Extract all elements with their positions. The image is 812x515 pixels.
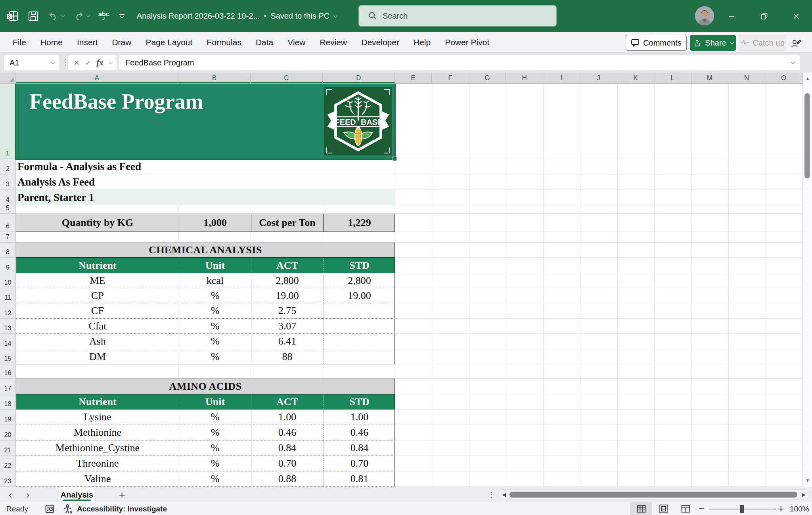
column-header-J[interactable]: J: [580, 73, 617, 83]
minimize-button[interactable]: [723, 0, 740, 32]
tab-draw[interactable]: Draw: [105, 32, 138, 53]
cell[interactable]: [323, 303, 395, 318]
spelling-check-icon[interactable]: abc✓: [98, 11, 109, 21]
column-header-E[interactable]: E: [395, 73, 432, 83]
row-header-20[interactable]: 20: [0, 425, 16, 440]
cell-a3[interactable]: Analysis As Feed: [16, 174, 395, 190]
add-sheet-button[interactable]: +: [119, 487, 125, 502]
row-header-15[interactable]: 15: [0, 349, 16, 364]
cell-quantity-value[interactable]: 1,000: [179, 214, 251, 232]
cell[interactable]: [323, 334, 395, 349]
header-act[interactable]: ACT: [251, 258, 323, 273]
accessibility-icon[interactable]: [63, 504, 73, 514]
excel-app-icon[interactable]: X: [6, 11, 18, 22]
share-button[interactable]: Share: [690, 35, 736, 51]
row-header-12[interactable]: 12: [0, 303, 16, 319]
row-header-2[interactable]: 2: [0, 159, 16, 174]
catch-up-button[interactable]: Catch up: [739, 35, 786, 51]
previous-sheet-icon[interactable]: ‹: [9, 487, 12, 502]
row-header-10[interactable]: 10: [0, 273, 16, 288]
fx-dropdown-icon[interactable]: [109, 60, 113, 64]
tab-page-layout[interactable]: Page Layout: [138, 32, 199, 53]
row-header-13[interactable]: 13: [0, 319, 16, 334]
header-act[interactable]: ACT: [251, 394, 323, 409]
select-all-corner[interactable]: [0, 73, 16, 83]
row-header-8[interactable]: 8: [0, 243, 16, 258]
cell[interactable]: %: [179, 456, 251, 471]
cell[interactable]: 2.75: [251, 303, 323, 318]
cell[interactable]: %: [179, 319, 251, 333]
cell[interactable]: 2,800: [323, 273, 395, 288]
cell[interactable]: Methionine_Cystine: [16, 440, 179, 456]
vertical-scrollbar[interactable]: ▲ ▼: [802, 73, 812, 487]
saved-status-dropdown-icon[interactable]: [333, 13, 337, 17]
header-nutrient[interactable]: Nutrient: [16, 394, 179, 409]
undo-icon[interactable]: [48, 11, 64, 21]
redo-icon[interactable]: [73, 11, 89, 21]
cell[interactable]: 19.00: [251, 288, 323, 303]
column-header-D[interactable]: D: [323, 73, 395, 83]
horizontal-scrollbar[interactable]: ◀ ▶: [498, 489, 810, 500]
column-header-K[interactable]: K: [617, 73, 654, 83]
next-sheet-icon[interactable]: ›: [26, 487, 30, 502]
cancel-icon[interactable]: ✕: [73, 58, 80, 67]
zoom-out-icon[interactable]: −: [699, 502, 705, 515]
row-header-21[interactable]: 21: [0, 440, 16, 456]
record-macro-icon[interactable]: [45, 504, 55, 514]
cell[interactable]: %: [179, 425, 251, 440]
search-box[interactable]: Search: [358, 5, 557, 27]
header-std[interactable]: STD: [323, 258, 395, 273]
row-header-22[interactable]: 22: [0, 456, 16, 471]
cell[interactable]: Valine: [16, 471, 179, 486]
formula-input[interactable]: FeedBase Program: [119, 55, 800, 70]
cell[interactable]: 0.84: [323, 440, 395, 456]
name-box-dropdown-icon[interactable]: [51, 60, 55, 64]
name-box[interactable]: A1: [4, 55, 59, 70]
cell[interactable]: [323, 319, 395, 333]
scroll-left-icon[interactable]: ◀: [502, 492, 506, 498]
column-header-H[interactable]: H: [506, 73, 543, 83]
column-header-F[interactable]: F: [432, 73, 469, 83]
tab-help[interactable]: Help: [406, 32, 438, 53]
insert-function-icon[interactable]: fx: [96, 58, 103, 68]
tab-data[interactable]: Data: [249, 32, 280, 53]
cell[interactable]: %: [179, 288, 251, 303]
cell[interactable]: DM: [16, 349, 179, 364]
cell[interactable]: 2,800: [251, 273, 323, 288]
tab-review[interactable]: Review: [312, 32, 354, 53]
enter-icon[interactable]: ✓: [85, 58, 91, 67]
column-header-L[interactable]: L: [654, 73, 691, 83]
cell-a1-banner[interactable]: FeedBase Program: [16, 84, 395, 159]
column-header-O[interactable]: O: [765, 73, 802, 83]
feedbase-logo[interactable]: FEED BASE: [324, 87, 392, 155]
scroll-right-icon[interactable]: ▶: [802, 492, 806, 498]
close-button[interactable]: [787, 0, 805, 32]
tab-view[interactable]: View: [280, 32, 312, 53]
column-header-N[interactable]: N: [728, 73, 765, 83]
cell-cost-label[interactable]: Cost per Ton: [251, 214, 323, 232]
header-nutrient[interactable]: Nutrient: [16, 258, 179, 273]
customize-quick-access-icon[interactable]: [119, 14, 124, 18]
column-header-G[interactable]: G: [469, 73, 506, 83]
cell-a2[interactable]: Formula - Analysis as Feed: [16, 159, 395, 174]
zoom-slider-thumb[interactable]: [740, 505, 744, 513]
row-header-23[interactable]: 23: [0, 471, 16, 487]
document-title-area[interactable]: Analysis Report 2026-03-22 10-2... • Sav…: [137, 0, 336, 32]
cell[interactable]: %: [179, 349, 251, 364]
cell-cost-value[interactable]: 1,229: [323, 214, 395, 232]
cell[interactable]: 0.46: [251, 425, 323, 440]
horizontal-scrollbar-thumb[interactable]: [509, 492, 797, 498]
cell[interactable]: %: [179, 471, 251, 486]
cell[interactable]: 0.70: [323, 456, 395, 471]
selection-fill-handle[interactable]: [393, 157, 397, 161]
row-header-6[interactable]: 6: [0, 214, 16, 232]
row-header-3[interactable]: 3: [0, 174, 16, 190]
tab-formulas[interactable]: Formulas: [199, 32, 249, 53]
zoom-level[interactable]: 100%: [790, 502, 809, 515]
row-header-7[interactable]: 7: [0, 232, 16, 243]
cell[interactable]: %: [179, 410, 251, 425]
cell[interactable]: %: [179, 440, 251, 456]
row-header-1[interactable]: 1: [0, 84, 16, 159]
cell[interactable]: %: [179, 303, 251, 318]
row-header-11[interactable]: 11: [0, 288, 16, 303]
